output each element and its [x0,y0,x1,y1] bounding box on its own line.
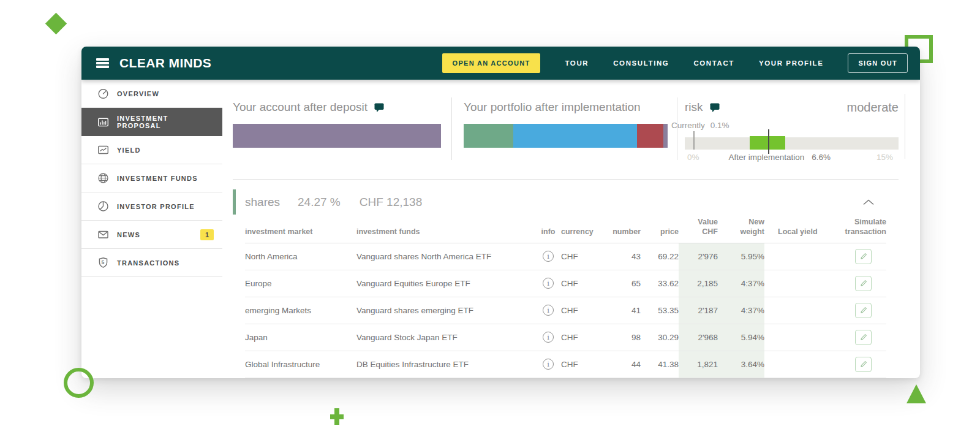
sidebar-item-investment-funds[interactable]: INVESTMENT FUNDS [81,164,222,192]
account-panel-title: Your account after deposit [233,100,368,115]
sidebar-item-label: OVERVIEW [117,90,159,97]
cell-fund: Vanguard Equities Europe ETF [356,270,535,297]
sidebar-item-investment-proposal[interactable]: INVESTMENT PROPOSAL [81,108,222,136]
svg-text:5: 5 [102,259,105,265]
sidebar-item-label: INVESTOR PROFILE [117,203,195,210]
cell-number: 44 [605,351,641,378]
sidebar-item-yield[interactable]: YIELD [81,136,222,164]
hamburger-menu-icon[interactable] [96,58,109,68]
nav-contact[interactable]: CONTACT [693,59,734,67]
cell-price: 30.29 [641,324,679,351]
risk-scale-bar: Currently0.1% 0% After implementation6.6… [685,137,899,150]
sidebar-item-transactions[interactable]: 5 TRANSACTIONS [81,249,222,277]
open-account-button[interactable]: OPEN AN ACCOUNT [442,53,541,73]
sidebar-item-overview[interactable]: OVERVIEW [81,80,222,108]
gauge-icon [97,88,109,99]
globe-icon [97,172,109,184]
cell-price: 69.22 [641,243,679,270]
account-panel: Your account after deposit [233,93,441,161]
collapse-chevron-up-icon[interactable] [863,199,874,205]
sidebar-item-label: INVESTMENT PROPOSAL [117,115,214,129]
cell-market: Europe [245,270,356,297]
sidebar-item-label: TRANSACTIONS [117,259,179,267]
risk-title: risk [685,100,703,115]
risk-after-marker [768,129,769,154]
nav-tour[interactable]: TOUR [565,59,589,67]
info-icon[interactable]: i [543,305,554,316]
nav-consulting[interactable]: CONSULTING [613,59,669,67]
cell-value-chf: 2'187 [679,297,718,324]
envelope-icon [97,229,109,240]
comment-icon[interactable] [710,103,720,113]
sidebar-item-label: NEWS [117,231,140,238]
nav-your-profile[interactable]: YOUR PROFILE [759,59,823,67]
simulate-transaction-button[interactable] [855,303,872,318]
cell-price: 41.38 [641,351,679,378]
app-header: CLEAR MINDS OPEN AN ACCOUNT TOUR CONSULT… [81,47,920,80]
table-header-row: investment market investment funds info … [245,217,886,243]
comment-icon[interactable] [374,103,385,113]
shares-table: investment market investment funds info … [245,217,886,378]
sign-out-button[interactable]: SIGN OUT [848,53,908,73]
cell-market: North America [245,243,356,270]
cell-fund: Vanguard shares North America ETF [356,243,535,270]
cell-currency: CHF [561,324,605,351]
simulate-transaction-button[interactable] [855,249,872,264]
table-row: Global Infrastructure DB Equities Infras… [245,351,886,378]
simulate-transaction-button[interactable] [855,357,872,372]
cell-price: 53.35 [641,297,679,324]
table-row: emerging Markets Vanguard shares emergin… [245,297,886,324]
cell-new-weight: 3.64% [718,351,764,378]
risk-currently-label: Currently0.1% [671,121,729,130]
portfolio-segment-bonds [513,124,637,148]
bar-chart-icon [97,116,109,128]
news-count-badge: 1 [200,229,214,240]
col-header-number: number [605,217,641,243]
decor-diamond-icon [45,13,67,34]
cell-local-yield [764,243,826,270]
line-chart-icon [97,144,109,156]
cell-number: 41 [605,297,641,324]
pencil-icon [860,333,867,341]
risk-level-value: moderate [847,100,899,115]
info-icon[interactable]: i [543,359,554,370]
info-icon[interactable]: i [543,332,554,343]
pencil-icon [860,360,867,368]
simulate-transaction-button[interactable] [855,330,872,345]
panel-divider [451,97,452,160]
sidebar-item-news[interactable]: NEWS 1 [81,221,222,249]
col-header-value-chf: ValueCHF [679,217,718,243]
decor-circle-icon [64,368,94,398]
cell-new-weight: 4:37% [718,297,764,324]
simulate-transaction-button[interactable] [855,276,872,291]
cell-value-chf: 1,821 [679,351,718,378]
sidebar: OVERVIEW INVESTMENT PROPOSAL YIELD INVES… [81,80,222,378]
sidebar-item-investor-profile[interactable]: INVESTOR PROFILE [81,192,222,221]
cell-new-weight: 5.95% [718,243,764,270]
shield-5-icon: 5 [97,257,109,268]
shares-section-header: shares 24.27 % CHF 12,138 [233,189,899,215]
info-icon[interactable]: i [543,278,554,289]
cell-number: 65 [605,270,641,297]
portfolio-segment-shares [464,124,513,148]
cell-number: 98 [605,324,641,351]
risk-scale-max: 15% [876,153,893,162]
header-nav: TOUR CONSULTING CONTACT YOUR PROFILE [540,59,823,67]
info-icon[interactable]: i [543,251,554,262]
cell-value-chf: 2'968 [679,324,718,351]
portfolio-segment-real-estate [637,124,663,148]
col-header-currency: currency [561,217,605,243]
col-header-simulate-transaction: Simulatetransaction [826,217,886,243]
shares-title: shares [245,196,280,209]
main-content: Your account after deposit Your portfoli… [222,80,920,378]
pie-chart-icon [97,200,109,212]
account-deposit-bar [233,124,441,148]
portfolio-panel: Your portfolio after implementation [464,93,668,161]
cell-new-weight: 4:37% [718,270,764,297]
app-window: CLEAR MINDS OPEN AN ACCOUNT TOUR CONSULT… [81,47,920,378]
shares-accent-bar [233,189,236,215]
cell-fund: Vanguard Stock Japan ETF [356,324,535,351]
col-header-investment-funds: investment funds [356,217,535,243]
col-header-investment-market: investment market [245,217,356,243]
pencil-icon [860,253,867,260]
